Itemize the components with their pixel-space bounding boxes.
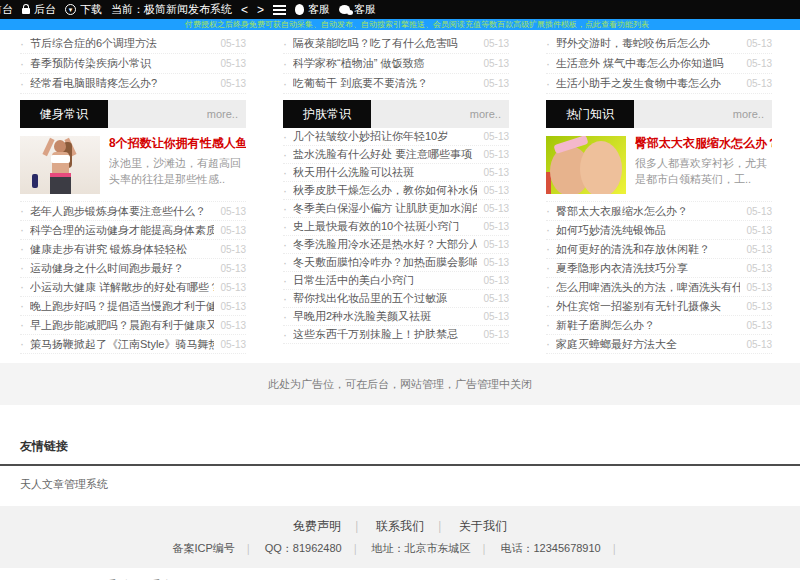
article-row[interactable]: · 夏季隐形内衣清洗技巧分享 05-13	[546, 259, 772, 278]
article-row[interactable]: · 冬季洗脸用冷水还是热水好？大部分人都错 05-13	[283, 236, 509, 254]
backend-link[interactable]: 后台	[22, 2, 56, 17]
section-title-tab[interactable]: 护肤常识	[283, 100, 371, 128]
article-row[interactable]: · 臀部太大衣服缩水怎么办？ 05-13	[546, 202, 772, 221]
article-title[interactable]: 生活小助手之发生食物中毒怎么办	[556, 76, 740, 91]
article-row[interactable]: · 新鞋子磨脚怎么办？ 05-13	[546, 316, 772, 335]
featured-image-hip[interactable]	[546, 136, 626, 194]
qq-service-label[interactable]: 客服	[308, 2, 330, 17]
article-row[interactable]: · 健康走步有讲究 锻炼身体轻轻松 05-13	[20, 240, 246, 259]
article-title[interactable]: 盐水洗脸有什么好处 要注意哪些事项	[293, 147, 477, 162]
article-row[interactable]: · 科学家称“植物油” 做饭致癌 05-13	[283, 54, 509, 74]
article-title[interactable]: 怎么用啤酒洗头的方法，啤酒洗头有什么好	[556, 280, 740, 295]
article-row[interactable]: · 隔夜菜能吃吗？吃了有什么危害吗 05-13	[283, 34, 509, 54]
article-row[interactable]: · 史上最快最有效的10个祛斑小窍门 05-13	[283, 218, 509, 236]
article-title[interactable]: 如何巧妙清洗纯银饰品	[556, 223, 740, 238]
chevron-left-icon[interactable]: <	[241, 3, 248, 17]
article-row[interactable]: · 冬季美白保湿小偏方 让肌肤更加水润白皙 05-13	[283, 200, 509, 218]
article-title[interactable]: 夏季隐形内衣清洗技巧分享	[556, 261, 740, 276]
article-row[interactable]: · 经常看电脑眼睛疼怎么办? 05-13	[20, 74, 246, 94]
article-title[interactable]: 小运动大健康 详解散步的好处有哪些？	[30, 280, 214, 295]
more-link[interactable]: more..	[733, 100, 772, 128]
article-title[interactable]: 几个祛皱纹小妙招让你年轻10岁	[293, 129, 477, 144]
article-title[interactable]: 冬季美白保湿小偏方 让肌肤更加水润白皙	[293, 201, 477, 216]
article-row[interactable]: · 早晚用2种水洗脸美颜又祛斑 05-13	[283, 308, 509, 326]
article-title[interactable]: 生活意外 煤气中毒怎么办你知道吗	[556, 56, 740, 71]
more-link[interactable]: more..	[207, 100, 246, 128]
article-row[interactable]: · 几个祛皱纹小妙招让你年轻10岁 05-13	[283, 128, 509, 146]
article-row[interactable]: · 外住宾馆一招鉴别有无针孔摄像头 05-13	[546, 297, 772, 316]
footer-nav-link[interactable]: 关于我们	[459, 519, 507, 533]
more-link[interactable]: more..	[470, 100, 509, 128]
article-title[interactable]: 早上跑步能减肥吗？晨跑有利于健康又能减	[30, 318, 214, 333]
article-title[interactable]: 冬季洗脸用冷水还是热水好？大部分人都错	[293, 237, 477, 252]
article-row[interactable]: · 日常生活中的美白小窍门 05-13	[283, 272, 509, 290]
wechat-service-label[interactable]: 客服	[354, 2, 376, 17]
article-row[interactable]: · 早上跑步能减肥吗？晨跑有利于健康又能减 05-13	[20, 316, 246, 335]
wechat-service-button[interactable]: 客服	[339, 2, 376, 17]
featured-image-fitness[interactable]	[20, 136, 100, 194]
article-title[interactable]: 冬天敷面膜怕冷咋办？加热面膜会影响效果	[293, 255, 477, 270]
article-title[interactable]: 如何更好的清洗和存放休闲鞋？	[556, 242, 740, 257]
article-title[interactable]: 新鞋子磨脚怎么办？	[556, 318, 740, 333]
article-title[interactable]: 科学合理的运动健身才能提高身体素质	[30, 223, 214, 238]
featured-article[interactable]: 臀部太大衣服缩水怎么办？ 很多人都喜欢穿衬衫，尤其是都市白领精英们，工..	[546, 128, 772, 202]
article-title[interactable]: 这些东西千万别抹脸上！护肤禁忌	[293, 327, 477, 342]
download-link[interactable]: ▾ 下载	[65, 2, 102, 17]
chevron-right-icon[interactable]: >	[257, 3, 264, 17]
footer-nav-link[interactable]: 免费声明	[293, 519, 341, 533]
article-row[interactable]: · 老年人跑步锻炼身体要注意些什么？ 05-13	[20, 202, 246, 221]
article-row[interactable]: · 秋天用什么洗脸可以祛斑 05-13	[283, 164, 509, 182]
article-title[interactable]: 臀部太大衣服缩水怎么办？	[556, 204, 740, 219]
article-row[interactable]: · 帮你找出化妆品里的五个过敏源 05-13	[283, 290, 509, 308]
article-title[interactable]: 春季预防传染疾病小常识	[30, 56, 214, 71]
article-row[interactable]: · 生活小助手之发生食物中毒怎么办 05-13	[546, 74, 772, 94]
section-title-tab[interactable]: 热门知识	[546, 100, 634, 128]
article-row[interactable]: · 家庭灭蟑螂最好方法大全 05-13	[546, 335, 772, 354]
backend-label[interactable]: 后台	[34, 2, 56, 17]
article-row[interactable]: · 科学合理的运动健身才能提高身体素质 05-13	[20, 221, 246, 240]
featured-title[interactable]: 8个招数让你拥有性感人鱼线	[109, 136, 246, 150]
article-title[interactable]: 吃葡萄干 到底要不要清洗？	[293, 76, 477, 91]
article-row[interactable]: · 吃葡萄干 到底要不要清洗？ 05-13	[283, 74, 509, 94]
friend-link[interactable]: 天人文章管理系统	[20, 477, 108, 492]
section-title-tab[interactable]: 健身常识	[20, 100, 108, 128]
article-row[interactable]: · 盐水洗脸有什么好处 要注意哪些事项 05-13	[283, 146, 509, 164]
article-title[interactable]: 晚上跑步好吗？提倡适当慢跑才利于健康	[30, 299, 214, 314]
footer-nav-link[interactable]: 联系我们	[376, 519, 424, 533]
download-label[interactable]: 下载	[80, 2, 102, 17]
article-title[interactable]: 健康走步有讲究 锻炼身体轻轻松	[30, 242, 214, 257]
article-row[interactable]: · 生活意外 煤气中毒怎么办你知道吗 05-13	[546, 54, 772, 74]
article-row[interactable]: · 野外交游时，毒蛇咬伤后怎么办 05-13	[546, 34, 772, 54]
article-row[interactable]: · 运动健身之什么时间跑步最好？ 05-13	[20, 259, 246, 278]
featured-article[interactable]: 8个招数让你拥有性感人鱼线 泳池里，沙滩边，有超高回头率的往往是那些性感..	[20, 128, 246, 202]
article-title[interactable]: 史上最快最有效的10个祛斑小窍门	[293, 219, 477, 234]
article-row[interactable]: · 秋季皮肤干燥怎么办，教你如何补水保养 05-13	[283, 182, 509, 200]
article-title[interactable]: 野外交游时，毒蛇咬伤后怎么办	[556, 36, 740, 51]
article-title[interactable]: 经常看电脑眼睛疼怎么办?	[30, 76, 214, 91]
promo-notice-bar[interactable]: 付费授权之后终身免费可获自动采集、自动发布、自动搜索引擎推送、会员阅读充值等数百…	[0, 19, 800, 30]
article-title[interactable]: 隔夜菜能吃吗？吃了有什么危害吗	[293, 36, 477, 51]
frontend-link[interactable]: 前台	[0, 2, 13, 17]
article-row[interactable]: · 小运动大健康 详解散步的好处有哪些？ 05-13	[20, 278, 246, 297]
article-row[interactable]: · 晚上跑步好吗？提倡适当慢跑才利于健康 05-13	[20, 297, 246, 316]
article-title[interactable]: 节后综合症的6个调理方法	[30, 36, 214, 51]
featured-title[interactable]: 臀部太大衣服缩水怎么办？	[635, 136, 772, 150]
article-row[interactable]: · 这些东西千万别抹脸上！护肤禁忌 05-13	[283, 326, 509, 344]
article-title[interactable]: 秋季皮肤干燥怎么办，教你如何补水保养	[293, 183, 477, 198]
qq-service-button[interactable]: 客服	[295, 2, 330, 17]
article-row[interactable]: · 春季预防传染疾病小常识 05-13	[20, 54, 246, 74]
hamburger-menu-icon[interactable]	[273, 3, 286, 17]
article-title[interactable]: 运动健身之什么时间跑步最好？	[30, 261, 214, 276]
article-title[interactable]: 早晚用2种水洗脸美颜又祛斑	[293, 309, 477, 324]
article-title[interactable]: 科学家称“植物油” 做饭致癌	[293, 56, 477, 71]
article-title[interactable]: 帮你找出化妆品里的五个过敏源	[293, 291, 477, 306]
article-row[interactable]: · 策马扬鞭掀起了《江南Style》骑马舞热潮 05-13	[20, 335, 246, 354]
ad-placeholder[interactable]: 此处为广告位，可在后台，网站管理，广告管理中关闭	[0, 363, 800, 405]
article-row[interactable]: · 节后综合症的6个调理方法 05-13	[20, 34, 246, 54]
article-title[interactable]: 策马扬鞭掀起了《江南Style》骑马舞热潮	[30, 337, 214, 352]
article-title[interactable]: 家庭灭蟑螂最好方法大全	[556, 337, 740, 352]
article-row[interactable]: · 如何巧妙清洗纯银饰品 05-13	[546, 221, 772, 240]
article-title[interactable]: 日常生活中的美白小窍门	[293, 273, 477, 288]
article-row[interactable]: · 怎么用啤酒洗头的方法，啤酒洗头有什么好 05-13	[546, 278, 772, 297]
article-row[interactable]: · 如何更好的清洗和存放休闲鞋？ 05-13	[546, 240, 772, 259]
